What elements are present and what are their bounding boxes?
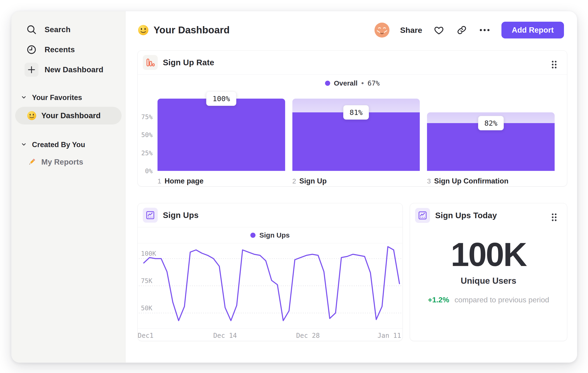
funnel-value-tooltip: 82%	[478, 116, 504, 130]
chevron-down-icon	[21, 141, 27, 148]
funnel-chart: 75%50%25%0% 100%81%82%	[158, 99, 555, 171]
smiley-emoji	[138, 24, 149, 36]
sign-ups-line	[144, 247, 399, 321]
funnel-y-tick: 50%	[141, 131, 153, 139]
funnel-bar-fill	[292, 112, 420, 171]
legend-dot	[250, 233, 255, 238]
pencil-emoji	[27, 157, 37, 167]
drag-handle-icon[interactable]	[551, 60, 558, 70]
dashboard-header: Your Dashboard Share	[126, 11, 577, 49]
legend-dot	[325, 81, 330, 86]
funnel-step-bar[interactable]: 81%	[292, 99, 420, 171]
sidebar-item-label: Search	[45, 25, 71, 34]
card-title: Sign Up Rate	[163, 58, 214, 67]
funnel-step-label: 2Sign Up	[292, 177, 420, 185]
funnel-y-axis: 75%50%25%0%	[138, 99, 153, 171]
step-index: 1	[158, 177, 161, 185]
delta-note: compared to previous period	[454, 296, 549, 304]
delta-row: +1.2% compared to previous period	[410, 296, 567, 304]
line-chart-icon	[415, 208, 430, 223]
sign-ups-today-card: Sign Ups Today 100K Unique Users	[410, 203, 567, 341]
sidebar-item-your-dashboard[interactable]: Your Dashboard	[15, 107, 122, 124]
line-x-tick: Dec 14	[213, 332, 237, 339]
legend-series-label: Overall	[334, 79, 358, 87]
funnel-y-tick: 75%	[141, 113, 153, 120]
delta-value: +1.2%	[428, 296, 449, 304]
line-x-tick: Jan 11	[378, 332, 401, 339]
favorite-heart-icon[interactable]	[433, 24, 445, 36]
search-icon	[24, 23, 39, 37]
funnel-value-tooltip: 100%	[206, 91, 236, 106]
section-label: Your Favorites	[32, 93, 82, 102]
section-label: Created By You	[32, 141, 85, 149]
sidebar-item-label: My Reports	[41, 158, 83, 166]
card-title: Sign Ups Today	[435, 211, 497, 220]
legend-separator: •	[361, 79, 364, 87]
dashboard-content: Sign Up Rate Overall • 67%	[126, 49, 577, 341]
plus-icon	[24, 63, 39, 77]
bar-chart-icon	[143, 55, 158, 70]
sidebar-item-label: Your Dashboard	[41, 111, 101, 120]
clock-icon	[24, 43, 39, 57]
card-header: Sign Up Rate	[138, 50, 567, 75]
funnel-step-bar[interactable]: 100%	[158, 99, 285, 171]
copy-link-icon[interactable]	[456, 24, 468, 36]
bottom-row: Sign Ups Sign Ups 100K75K50K Dec1Dec 14D…	[137, 203, 567, 341]
step-name: Sign Up	[299, 177, 327, 185]
app-window: Search Recents New Dashboard	[11, 11, 577, 363]
sidebar-item-label: New Dashboard	[45, 65, 103, 74]
big-number-value: 100K	[410, 237, 567, 272]
header-actions: Share Add Report	[375, 22, 564, 39]
share-button[interactable]: Share	[400, 26, 422, 35]
funnel-value-tooltip: 81%	[343, 105, 369, 120]
main-area: Your Dashboard Share	[126, 11, 577, 363]
page-title: Your Dashboard	[154, 24, 230, 36]
funnel-legend: Overall • 67%	[138, 75, 567, 92]
sidebar-item-label: Recents	[45, 45, 75, 54]
funnel-step-label: 3Sign Up Confirmation	[427, 177, 555, 185]
step-name: Home page	[165, 177, 203, 185]
funnel-y-tick: 0%	[145, 167, 153, 175]
sign-ups-card: Sign Ups Sign Ups 100K75K50K Dec1Dec 14D…	[137, 203, 403, 341]
page-title-wrap: Your Dashboard	[138, 24, 230, 36]
sidebar-item-my-reports[interactable]: My Reports	[15, 154, 122, 170]
sidebar: Search Recents New Dashboard	[11, 11, 126, 363]
smiley-emoji	[27, 111, 37, 121]
chevron-down-icon	[21, 94, 27, 101]
funnel-step-bar[interactable]: 82%	[427, 99, 555, 171]
line-chart-icon	[143, 208, 158, 223]
sidebar-item-new-dashboard[interactable]: New Dashboard	[15, 62, 122, 77]
line-x-axis: Dec1Dec 14Dec 28Jan 11	[138, 328, 402, 341]
sidebar-item-recents[interactable]: Recents	[15, 42, 122, 57]
sidebar-section-created-by-you[interactable]: Created By You	[15, 139, 122, 151]
sidebar-section-your-favorites[interactable]: Your Favorites	[15, 92, 122, 103]
step-index: 2	[292, 177, 296, 185]
funnel-step-label: 1Home page	[158, 177, 285, 185]
more-options-icon[interactable]	[479, 24, 491, 36]
card-header: Sign Ups	[138, 203, 402, 227]
funnel-y-tick: 25%	[141, 149, 153, 156]
avatar[interactable]	[375, 23, 389, 38]
add-report-button[interactable]: Add Report	[501, 22, 564, 39]
big-number-label: Unique Users	[410, 276, 567, 286]
step-index: 3	[427, 177, 431, 185]
line-chart-svg	[138, 243, 402, 328]
funnel-bar-fill	[158, 99, 285, 171]
sidebar-item-search[interactable]: Search	[15, 22, 122, 37]
line-x-tick: Dec1	[138, 332, 153, 339]
card-header: Sign Ups Today	[410, 203, 567, 227]
line-plot: 100K75K50K	[138, 243, 402, 328]
funnel-bars: 100%81%82%	[158, 99, 555, 171]
big-number-body: 100K Unique Users +1.2% compared to prev…	[410, 227, 567, 304]
legend-series-label: Sign Ups	[259, 231, 290, 239]
sign-up-rate-card: Sign Up Rate Overall • 67%	[137, 50, 567, 186]
funnel-step-labels: 1Home page2Sign Up3Sign Up Confirmation	[158, 177, 555, 185]
card-title: Sign Ups	[163, 211, 199, 220]
step-name: Sign Up Confirmation	[434, 177, 508, 185]
drag-handle-icon[interactable]	[551, 213, 558, 223]
legend-value: 67%	[368, 79, 380, 87]
line-legend: Sign Ups	[138, 227, 402, 243]
line-x-tick: Dec 28	[296, 332, 320, 339]
